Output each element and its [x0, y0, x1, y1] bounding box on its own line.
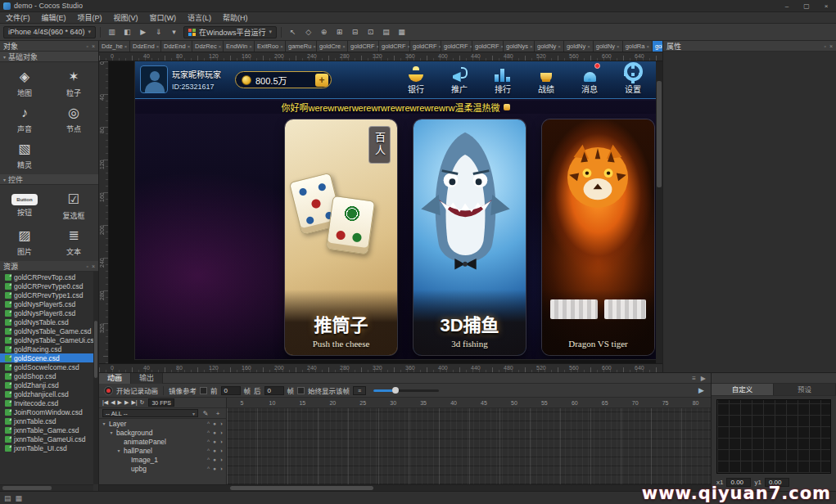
close-panel-icon[interactable]: × [829, 43, 833, 49]
visibility-icon[interactable]: ● [213, 457, 216, 462]
close-tab-icon[interactable]: × [530, 44, 533, 49]
ranking-nav-button[interactable]: 排行 [486, 64, 519, 95]
document-tab[interactable]: goldCre× [317, 41, 348, 52]
canvas-vertical-scrollbar[interactable] [656, 61, 662, 363]
motion-icon[interactable]: ^ [207, 466, 210, 471]
zoom-icon[interactable]: ⊕ [317, 26, 331, 38]
file-item[interactable]: JoinRoomWindow.csd [0, 407, 98, 416]
tab-overflow-icon[interactable]: ⌄ [655, 43, 661, 50]
edit-icon[interactable]: ✎ [201, 410, 210, 417]
menu-item[interactable]: 帮助(H) [217, 12, 254, 24]
timeline-layer-row[interactable]: animatePanel^●◑ [99, 437, 226, 446]
visibility-icon[interactable]: ● [213, 466, 216, 471]
document-tab[interactable]: goldNy× [535, 41, 564, 52]
close-panel-icon[interactable]: × [92, 263, 95, 269]
file-item[interactable]: goldCRPrevType0.csd [0, 281, 98, 290]
document-tab[interactable]: DdzEnd× [161, 41, 192, 52]
document-tab[interactable]: ExitRoo× [255, 41, 286, 52]
lock-icon[interactable]: ◑ [219, 430, 223, 435]
document-tab[interactable]: goldCRF× [441, 41, 472, 52]
document-tab[interactable]: goldRa× [623, 41, 653, 52]
object-sound[interactable]: ♪声音 [0, 101, 49, 137]
lock-icon[interactable]: ◑ [219, 457, 223, 462]
more-caret-icon[interactable]: ▾ [167, 26, 181, 38]
file-item[interactable]: goldCRPrevType1.csd [0, 290, 98, 299]
lock-icon[interactable]: ◑ [219, 421, 223, 426]
motion-icon[interactable]: ^ [207, 448, 210, 453]
maximize-button[interactable]: ▢ [797, 0, 816, 11]
timeline-grid[interactable] [227, 408, 711, 484]
file-item[interactable]: jxnnTable.csd [0, 416, 98, 425]
play-button[interactable]: ▶ [118, 399, 122, 406]
document-tab[interactable]: goldNy× [594, 41, 623, 52]
file-item[interactable]: goldSocwelcome.csd [0, 362, 98, 371]
align-bottom-icon[interactable]: ▦ [395, 26, 409, 38]
tab-animation[interactable]: 动画 [99, 373, 131, 384]
expand-icon[interactable]: ▾ [115, 448, 122, 453]
file-item[interactable]: goldzhanjicell.csd [0, 389, 98, 398]
cursor-icon[interactable]: ↖ [286, 26, 300, 38]
onion-after-input[interactable]: 0 [264, 386, 284, 395]
motion-icon[interactable]: ^ [207, 421, 210, 426]
motion-icon[interactable]: ^ [207, 457, 210, 462]
menu-item[interactable]: 视图(V) [108, 12, 144, 24]
object-section-header[interactable]: ▾基础对象 [0, 52, 98, 62]
close-button[interactable]: × [816, 0, 836, 11]
timeline-menu-icon[interactable]: ≡ [692, 375, 696, 382]
lock-icon[interactable]: ◑ [219, 448, 223, 453]
object-text[interactable]: ≣文本 [49, 223, 98, 259]
design-canvas[interactable]: 玩家昵称玩家 ID:25321617 800.5万 + [109, 61, 662, 363]
bank-nav-button[interactable]: 银行 [400, 64, 432, 95]
timeline-layer-row[interactable]: Image_1^●◑ [99, 455, 226, 464]
game-card-mahjong[interactable]: 百人推筒子Push the cheese [285, 119, 397, 355]
device-select[interactable]: iPhone 4/4S(960 * 640) ▾ [3, 26, 96, 38]
close-tab-icon[interactable]: × [124, 44, 128, 49]
visibility-icon[interactable]: ● [213, 430, 216, 435]
object-image[interactable]: ▨图片 [0, 223, 49, 259]
file-item[interactable]: goldNysTable.csd [0, 317, 98, 326]
document-tab[interactable]: goldCRF× [410, 41, 441, 52]
game-card-shark[interactable]: 3D捕鱼3d fishing [413, 119, 526, 355]
file-item[interactable]: goldRacing.csd [0, 344, 98, 353]
close-tab-icon[interactable]: × [587, 44, 590, 49]
object-section-header[interactable]: ▾控件 [0, 174, 98, 185]
scene-view-icon[interactable]: ▤ [4, 494, 11, 502]
align-left-icon[interactable]: ⊞ [332, 26, 346, 38]
object-particle[interactable]: ✶粒子 [49, 65, 98, 101]
timeline-play-icon[interactable]: ▶ [701, 375, 706, 382]
close-tab-icon[interactable]: × [219, 44, 222, 49]
file-item[interactable]: goldNysPlayer5.csd [0, 299, 98, 308]
file-item[interactable]: jxnnTable_GameUi.csd [0, 434, 98, 443]
battle-record-nav-button[interactable]: 战绩 [530, 64, 563, 95]
document-tab[interactable]: DdzRec× [192, 41, 224, 52]
close-panel-icon[interactable]: × [92, 43, 95, 49]
player-info-panel[interactable]: 玩家昵称玩家 ID:25321617 [140, 65, 221, 93]
file-item[interactable]: goldNysTable_GameUi.cs [0, 335, 98, 344]
publish-icon[interactable]: ⇓ [151, 26, 165, 38]
close-tab-icon[interactable]: × [646, 44, 649, 49]
frame-ruler[interactable]: 5101520253035404550556065707580 [227, 398, 711, 408]
close-tab-icon[interactable]: × [617, 44, 620, 49]
file-item[interactable]: goldShop.csd [0, 371, 98, 380]
timeline-layer-row[interactable]: upbg^●◑ [99, 464, 226, 473]
file-list-hscrollbar[interactable] [0, 484, 93, 491]
add-icon[interactable]: + [213, 410, 223, 417]
next-frame-button[interactable]: ▶ [124, 399, 129, 406]
timeline-hscrollbar[interactable] [99, 484, 711, 491]
menu-item[interactable]: 编辑(E) [36, 12, 72, 24]
tab-preset-curve[interactable]: 预设 [774, 384, 836, 395]
align-top-icon[interactable]: ▤ [379, 26, 393, 38]
message-nav-button[interactable]: 消息 [573, 64, 606, 95]
lock-icon[interactable]: ◑ [219, 439, 223, 444]
layer-filter-select[interactable]: -- ALL -- ▾ [102, 409, 198, 417]
file-item[interactable]: goldCRPrevTop.csd [0, 272, 98, 281]
menu-item[interactable]: 文件(F) [0, 12, 36, 24]
close-tab-icon[interactable]: × [558, 44, 561, 49]
file-item[interactable]: goldNysTable_Game.csd [0, 326, 98, 335]
game-card-tiger[interactable]: Dragon VS tiger [542, 119, 654, 355]
object-node[interactable]: ◎节点 [49, 101, 98, 137]
settings-nav-button[interactable]: 设置 [617, 64, 649, 95]
object-map[interactable]: ◈地图 [0, 65, 49, 101]
close-tab-icon[interactable]: × [188, 44, 191, 49]
grid-view-icon[interactable]: ▦ [16, 494, 23, 502]
